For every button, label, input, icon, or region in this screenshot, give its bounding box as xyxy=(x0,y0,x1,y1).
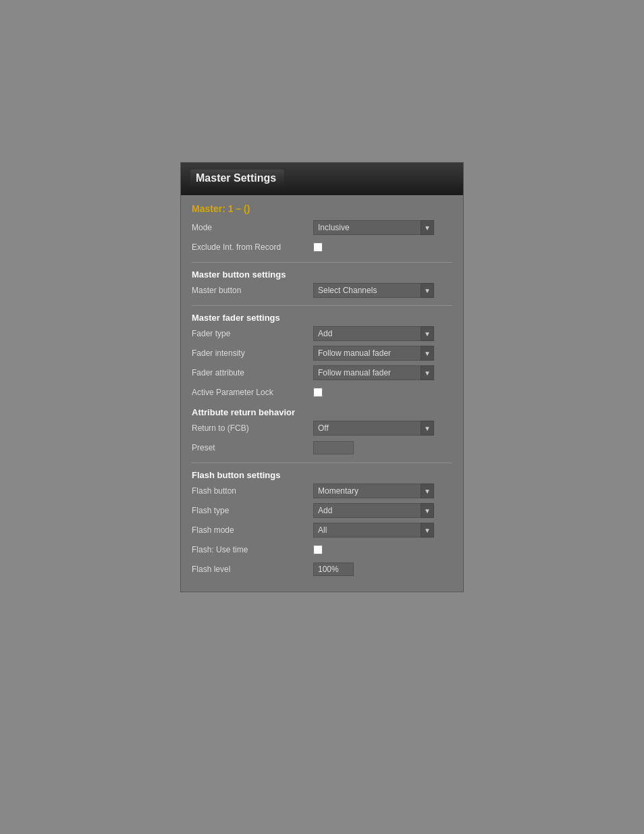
flash-use-time-checkbox[interactable] xyxy=(313,545,323,554)
fader-intensity-dropdown[interactable]: Follow manual fader xyxy=(313,346,421,361)
fader-type-dropdown-container: Add ▼ xyxy=(313,326,434,341)
flash-mode-label: Flash mode xyxy=(192,525,313,535)
fader-type-dropdown[interactable]: Add xyxy=(313,326,421,341)
fader-type-row: Fader type Add ▼ xyxy=(192,325,452,342)
master-button-heading: Master button settings xyxy=(192,269,452,280)
fader-attribute-dropdown-arrow[interactable]: ▼ xyxy=(421,365,434,380)
exclude-row: Exclude Int. from Record xyxy=(192,239,452,255)
master-settings-panel: Master Settings Master: 1 – () Mode Incl… xyxy=(180,162,464,592)
flash-level-label: Flash level xyxy=(192,565,313,574)
master-button-dropdown[interactable]: Select Channels xyxy=(313,283,421,298)
flash-button-row: Flash button Momentary ▼ xyxy=(192,483,452,499)
flash-type-dropdown-arrow[interactable]: ▼ xyxy=(421,503,434,518)
active-param-lock-checkbox[interactable] xyxy=(313,388,323,397)
divider-1 xyxy=(192,262,452,263)
master-title: Master: 1 – () xyxy=(192,203,452,214)
flash-mode-dropdown-arrow[interactable]: ▼ xyxy=(421,523,434,538)
master-button-dropdown-container: Select Channels ▼ xyxy=(313,283,434,298)
fader-attribute-dropdown[interactable]: Follow manual fader xyxy=(313,365,421,380)
flash-type-label: Flash type xyxy=(192,506,313,515)
divider-3 xyxy=(192,463,452,463)
flash-mode-row: Flash mode All ▼ xyxy=(192,522,452,538)
active-param-lock-label: Active Parameter Lock xyxy=(192,388,313,397)
mode-dropdown-arrow[interactable]: ▼ xyxy=(421,220,434,235)
mode-label: Mode xyxy=(192,223,313,232)
panel-body: Master: 1 – () Mode Inclusive ▼ Exclude … xyxy=(181,195,463,592)
return-fcb-label: Return to (FCB) xyxy=(192,423,313,433)
flash-button-dropdown[interactable]: Momentary xyxy=(313,484,421,498)
flash-mode-dropdown[interactable]: All xyxy=(313,523,421,538)
exclude-checkbox[interactable] xyxy=(313,242,323,252)
flash-button-dropdown-arrow[interactable]: ▼ xyxy=(421,484,434,498)
mode-row: Mode Inclusive ▼ xyxy=(192,219,452,236)
preset-row: Preset xyxy=(192,440,452,456)
flash-type-dropdown[interactable]: Add xyxy=(313,503,421,518)
flash-level-row: Flash level 100% xyxy=(192,561,452,577)
fader-intensity-row: Fader intensity Follow manual fader ▼ xyxy=(192,345,452,361)
master-button-row: Master button Select Channels ▼ xyxy=(192,282,452,298)
fader-type-label: Fader type xyxy=(192,329,313,338)
flash-button-label: Flash button xyxy=(192,486,313,496)
fader-type-dropdown-arrow[interactable]: ▼ xyxy=(421,326,434,341)
return-fcb-row: Return to (FCB) Off ▼ xyxy=(192,420,452,436)
fader-intensity-label: Fader intensity xyxy=(192,348,313,358)
mode-dropdown-container: Inclusive ▼ xyxy=(313,220,434,235)
flash-type-dropdown-container: Add ▼ xyxy=(313,503,434,518)
fader-attribute-dropdown-container: Follow manual fader ▼ xyxy=(313,365,434,380)
master-button-label: Master button xyxy=(192,286,313,295)
panel-header: Master Settings xyxy=(181,163,463,195)
master-button-dropdown-arrow[interactable]: ▼ xyxy=(421,283,434,298)
flash-use-time-row: Flash: Use time xyxy=(192,542,452,558)
flash-button-dropdown-container: Momentary ▼ xyxy=(313,484,434,498)
panel-title: Master Settings xyxy=(190,170,284,187)
return-fcb-dropdown-container: Off ▼ xyxy=(313,421,434,436)
master-fader-heading: Master fader settings xyxy=(192,313,452,323)
fader-intensity-dropdown-arrow[interactable]: ▼ xyxy=(421,346,434,361)
flash-button-heading: Flash button settings xyxy=(192,470,452,480)
flash-level-value[interactable]: 100% xyxy=(313,563,354,576)
fader-attribute-label: Fader attribute xyxy=(192,368,313,377)
attribute-return-heading: Attribute return behavior xyxy=(192,407,452,417)
flash-use-time-label: Flash: Use time xyxy=(192,545,313,554)
mode-dropdown[interactable]: Inclusive xyxy=(313,220,421,235)
flash-mode-dropdown-container: All ▼ xyxy=(313,523,434,538)
return-fcb-dropdown-arrow[interactable]: ▼ xyxy=(421,421,434,436)
flash-type-row: Flash type Add ▼ xyxy=(192,502,452,519)
exclude-label: Exclude Int. from Record xyxy=(192,242,313,252)
preset-label: Preset xyxy=(192,443,313,452)
preset-box[interactable] xyxy=(313,441,354,454)
active-param-lock-row: Active Parameter Lock xyxy=(192,384,452,400)
return-fcb-dropdown[interactable]: Off xyxy=(313,421,421,436)
fader-intensity-dropdown-container: Follow manual fader ▼ xyxy=(313,346,434,361)
divider-2 xyxy=(192,305,452,306)
fader-attribute-row: Fader attribute Follow manual fader ▼ xyxy=(192,365,452,381)
